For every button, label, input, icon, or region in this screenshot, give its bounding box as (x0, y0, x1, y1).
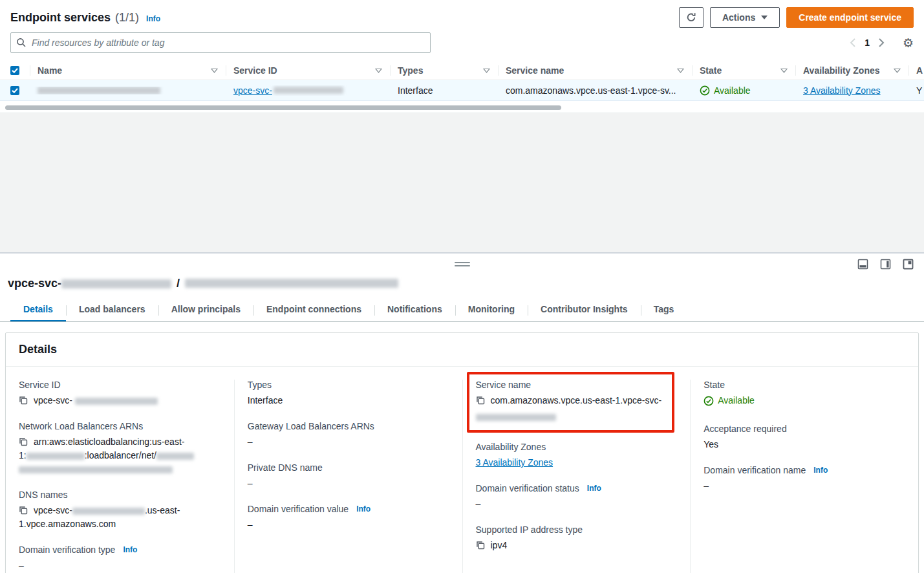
filter-caret-icon[interactable] (780, 68, 788, 73)
search-input[interactable] (10, 32, 431, 53)
column-header-types[interactable]: Types (390, 61, 498, 80)
check-circle-icon (704, 396, 714, 406)
page-header: Endpoint services (1/1) Info Actions Cre… (0, 6, 924, 28)
details-column-4: State Available Acceptance required (690, 380, 918, 573)
field-state: State Available (704, 380, 905, 410)
copy-icon[interactable] (19, 506, 28, 515)
state-text: Available (714, 85, 751, 96)
field-domain-verification-type: Domain verification typeInfo – (19, 545, 221, 572)
filter-caret-icon[interactable] (375, 68, 382, 73)
details-heading: Details (6, 333, 918, 367)
tab-monitoring[interactable]: Monitoring (455, 299, 528, 321)
content-background (0, 113, 924, 252)
column-header-state[interactable]: State (692, 61, 795, 80)
redacted-lb-id (19, 466, 173, 473)
redacted-dns (72, 508, 145, 515)
split-panel-side-icon[interactable] (880, 259, 891, 270)
actions-label: Actions (722, 12, 755, 23)
field-private-dns-name: Private DNS name – (248, 462, 449, 490)
cell-service-name: com.amazonaws.vpce.us-east-1.vpce-sv... (498, 85, 692, 96)
redacted-title-id (61, 279, 171, 288)
current-page[interactable]: 1 (863, 38, 871, 48)
scrollbar-thumb[interactable] (5, 105, 561, 110)
cell-service-id: vpce-svc- (226, 85, 390, 96)
filter-and-pagination-row: 1 ⚙ (0, 32, 924, 53)
tab-endpoint-connections[interactable]: Endpoint connections (253, 299, 374, 321)
page-title: Endpoint services (10, 11, 111, 25)
filter-caret-icon[interactable] (483, 68, 490, 73)
field-types: Types Interface (248, 380, 449, 407)
refresh-icon (686, 12, 696, 23)
search-filter (10, 32, 431, 53)
refresh-button[interactable] (679, 7, 704, 28)
availability-zones-link[interactable]: 3 Availability Zones (476, 456, 553, 470)
tab-load-balancers[interactable]: Load balancers (66, 299, 158, 321)
copy-icon[interactable] (19, 437, 28, 446)
filter-caret-icon[interactable] (211, 68, 218, 73)
split-panel-title: vpce-svc- / (0, 274, 924, 292)
tab-contributor-insights[interactable]: Contributor Insights (528, 299, 641, 321)
split-panel-drag-handle[interactable] (455, 262, 470, 266)
split-panel-expand-icon[interactable] (903, 259, 914, 270)
gear-icon[interactable]: ⚙ (903, 37, 914, 49)
column-header-service-name[interactable]: Service name (498, 61, 692, 80)
field-service-name: Service name com.amazonaws.vpce.us-east-… (476, 380, 666, 424)
page-info-link[interactable]: Info (146, 14, 160, 23)
endpoint-service-row[interactable]: vpce-svc- Interface com.amazonaws.vpce.u… (0, 80, 924, 101)
redacted-lb-name (156, 453, 194, 460)
copy-icon[interactable] (19, 396, 28, 405)
cell-name (30, 87, 226, 94)
availability-zones-link[interactable]: 3 Availability Zones (803, 85, 881, 96)
create-endpoint-service-button[interactable]: Create endpoint service (786, 7, 914, 28)
column-header-name[interactable]: Name (30, 61, 226, 80)
details-card: Details Service ID vpce-svc- Network Loa… (5, 332, 919, 573)
info-link[interactable]: Info (813, 466, 828, 475)
tab-details[interactable]: Details (10, 299, 66, 321)
info-link[interactable]: Info (123, 545, 137, 554)
filter-caret-icon[interactable] (894, 68, 901, 73)
field-domain-verification-status: Domain verification statusInfo – (476, 483, 678, 511)
cell-cut: Y (908, 85, 924, 96)
column-header-service-id[interactable]: Service ID (226, 61, 390, 80)
field-dns-names: DNS names vpce-svc-.us-east- 1.vpce.amaz… (19, 490, 221, 531)
tab-bar: Details Load balancers Allow principals … (0, 299, 924, 322)
redacted-name (38, 87, 160, 94)
filter-caret-icon[interactable] (677, 68, 684, 73)
column-header-availability-zones[interactable]: Availability Zones (795, 61, 908, 80)
info-link[interactable]: Info (356, 504, 371, 514)
copy-icon[interactable] (476, 541, 485, 550)
redacted-account-id (27, 453, 85, 460)
tab-allow-principals[interactable]: Allow principals (158, 299, 253, 321)
title-separator: / (177, 277, 180, 290)
horizontal-scrollbar[interactable] (5, 104, 919, 111)
tab-tags[interactable]: Tags (641, 299, 687, 321)
split-panel-bottom-icon[interactable] (857, 259, 868, 270)
split-panel: vpce-svc- / Details Load balancers Allow… (0, 252, 924, 573)
info-link[interactable]: Info (587, 484, 601, 493)
field-nlb-arns: Network Load Balancers ARNs arn:aws:elas… (19, 421, 221, 476)
tab-notifications[interactable]: Notifications (374, 299, 455, 321)
title-service-id-prefix: vpce-svc- (8, 277, 61, 290)
chevron-left-icon[interactable] (850, 38, 855, 47)
field-acceptance-required: Acceptance required Yes (704, 424, 905, 451)
actions-dropdown-button[interactable]: Actions (710, 7, 780, 28)
check-circle-icon (700, 85, 710, 96)
cell-state: Available (692, 85, 795, 96)
service-id-link[interactable]: vpce-svc- (233, 85, 343, 96)
copy-icon[interactable] (476, 396, 485, 405)
select-all-checkbox[interactable] (10, 66, 19, 75)
endpoint-services-list-section: Endpoint services (1/1) Info Actions Cre… (0, 0, 924, 111)
cell-types: Interface (390, 85, 498, 96)
row-checkbox[interactable] (10, 86, 19, 95)
field-availability-zones: Availability Zones 3 Availability Zones (476, 442, 678, 470)
field-service-id: Service ID vpce-svc- (19, 380, 221, 407)
header-actions: Actions Create endpoint service (679, 7, 914, 28)
vpc-endpoint-services-console: Endpoint services (1/1) Info Actions Cre… (0, 0, 924, 573)
redacted-title-name (185, 279, 398, 288)
annotation-highlight-box: Service name com.amazonaws.vpce.us-east-… (467, 372, 675, 433)
field-domain-verification-name: Domain verification nameInfo – (704, 465, 905, 493)
details-column-1: Service ID vpce-svc- Network Load Balanc… (6, 380, 234, 573)
chevron-right-icon[interactable] (879, 38, 885, 47)
details-column-2: Types Interface Gateway Load Balancers A… (234, 380, 462, 573)
cell-availability-zones: 3 Availability Zones (795, 85, 908, 96)
